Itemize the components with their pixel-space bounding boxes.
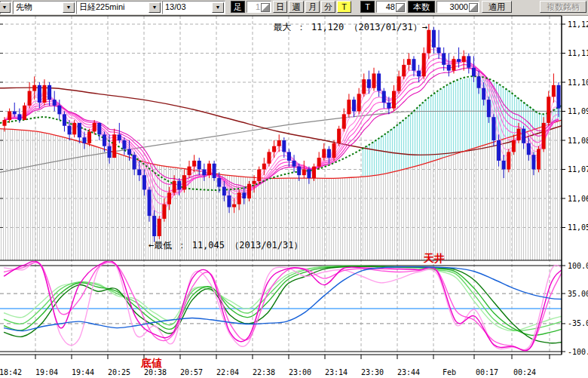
candle xyxy=(28,82,32,109)
candle xyxy=(467,54,470,74)
price-tick-label: 11,100 xyxy=(568,78,588,87)
dropdown-arrow-icon[interactable]: ▼ xyxy=(0,2,11,13)
candle xyxy=(552,73,556,103)
candle xyxy=(417,65,421,82)
time-tick-label: 20:57 xyxy=(180,368,203,376)
candle xyxy=(282,137,286,158)
tick-label: T xyxy=(360,1,375,13)
rci-green-light xyxy=(4,266,562,330)
candle xyxy=(213,161,216,181)
candle xyxy=(382,88,386,109)
dropdown-arrow-icon[interactable]: ▼ xyxy=(149,2,161,13)
time-tick-label: 22:38 xyxy=(253,368,275,376)
time-tick-label: 19:44 xyxy=(72,368,94,376)
candle xyxy=(337,126,341,146)
hidden-combo-stub[interactable]: ▼ xyxy=(0,1,12,14)
candle xyxy=(72,120,76,137)
candle xyxy=(17,109,21,123)
period-tick-button[interactable]: T xyxy=(337,1,351,13)
candle xyxy=(347,94,351,117)
min-price-annotation: ←最低 ： 11,045 （2013/01/31） xyxy=(149,240,303,250)
spinner-icon[interactable] xyxy=(261,3,270,12)
dropdown-arrow-icon[interactable]: ▼ xyxy=(63,2,75,13)
oscillator-tick-label: 35.00 xyxy=(568,290,588,298)
period-week-button[interactable]: 週 xyxy=(289,1,304,13)
period-month-button[interactable]: 月 xyxy=(305,1,320,13)
candle xyxy=(412,56,415,76)
candle xyxy=(287,149,291,167)
dropdown-arrow-icon[interactable]: ▼ xyxy=(212,2,224,13)
instrument-value: 日経225mini xyxy=(79,2,125,13)
time-tick-label: 18:42 xyxy=(0,368,22,376)
candle xyxy=(422,48,426,79)
time-tick-label: 19:04 xyxy=(35,368,58,376)
contract-month-select[interactable]: 13/03 ▼ xyxy=(162,1,225,14)
candle xyxy=(332,140,336,161)
instrument-type-select[interactable]: 先物 ▼ xyxy=(13,1,76,14)
toolbar: ▼ 先物 ▼ 日経225mini ▼ 13/03 ▼ 足 1 日 週 月 分 T… xyxy=(0,0,588,16)
rci-green-pale xyxy=(4,266,562,330)
apply-button[interactable]: 適用 xyxy=(482,1,512,13)
price-tick-label: 11,080 xyxy=(568,137,588,145)
candle xyxy=(402,59,406,79)
period-minute-button[interactable]: 分 xyxy=(321,1,335,13)
time-tick-label: 23:44 xyxy=(397,368,420,376)
candle xyxy=(23,103,26,120)
price-tick-label: 11,090 xyxy=(568,107,588,115)
interval-stepper[interactable]: 1 xyxy=(247,1,271,13)
candle xyxy=(372,68,376,91)
tick-count-value: 48 xyxy=(386,2,395,13)
candle xyxy=(547,91,550,126)
time-tick-label: 23:00 xyxy=(289,368,311,376)
max-price-annotation: 最大 ： 11,120 （2013/01/31）→ xyxy=(274,22,428,32)
price-tick-label: 11,070 xyxy=(568,165,588,174)
time-tick-label: 22:04 xyxy=(216,368,239,376)
bar-type-label: 足 xyxy=(231,1,245,13)
spinner-icon[interactable] xyxy=(469,3,478,12)
chart-canvas[interactable]: 11,12011,11011,10011,09011,08011,07011,0… xyxy=(0,15,588,378)
price-tick-label: 11,120 xyxy=(568,20,588,29)
multi-symbol-button[interactable]: 複数銘柄 xyxy=(540,1,586,13)
price-tick-label: 11,060 xyxy=(568,195,588,203)
candle xyxy=(97,123,101,140)
contract-month-value: 13/03 xyxy=(165,2,186,13)
oscillator-panel xyxy=(0,260,562,352)
instrument-type-value: 先物 xyxy=(16,2,32,13)
oscillator-tick-label: 100.00 xyxy=(568,262,588,270)
price-tick-label: 11,110 xyxy=(568,49,588,57)
candle xyxy=(342,109,346,132)
candle xyxy=(362,73,366,97)
time-tick-label: 20:25 xyxy=(108,368,130,376)
bars-count-value: 3000 xyxy=(450,2,468,13)
candle xyxy=(507,149,510,173)
time-tick-label: 23:30 xyxy=(361,368,384,376)
bars-label: 本数 xyxy=(408,1,435,13)
candle xyxy=(442,48,446,71)
candle xyxy=(357,88,361,115)
candle xyxy=(42,79,46,106)
chart-area[interactable]: 11,12011,11011,10011,09011,08011,07011,0… xyxy=(0,15,588,378)
candle xyxy=(8,109,11,123)
candle xyxy=(302,161,306,178)
price-panel xyxy=(0,24,562,260)
interval-value: 1 xyxy=(256,2,260,13)
oscillator-tick-label: -100.00 xyxy=(568,348,588,356)
spinner-icon[interactable] xyxy=(396,3,405,12)
instrument-select[interactable]: 日経225mini ▼ xyxy=(76,1,162,14)
candle xyxy=(392,85,396,112)
time-tick-label: 00:17 xyxy=(476,368,498,376)
candle xyxy=(407,54,411,71)
candle xyxy=(457,48,461,68)
candle xyxy=(247,181,251,201)
time-tick-label: Feb xyxy=(443,368,456,376)
bottom-label: 底値 xyxy=(140,357,162,369)
period-day-button[interactable]: 日 xyxy=(273,1,287,13)
bars-count-stepper[interactable]: 3000 xyxy=(436,1,479,13)
oscillator-tick-label: -35.00 xyxy=(568,319,588,327)
trading-app-window: { "toolbar": { "dropdown_arrow": "▼", "i… xyxy=(0,0,588,378)
candle xyxy=(63,112,66,132)
candle xyxy=(158,216,161,239)
tick-count-stepper[interactable]: 48 xyxy=(376,1,406,13)
candle xyxy=(112,129,116,158)
ceiling-label: 天井 xyxy=(423,252,445,264)
